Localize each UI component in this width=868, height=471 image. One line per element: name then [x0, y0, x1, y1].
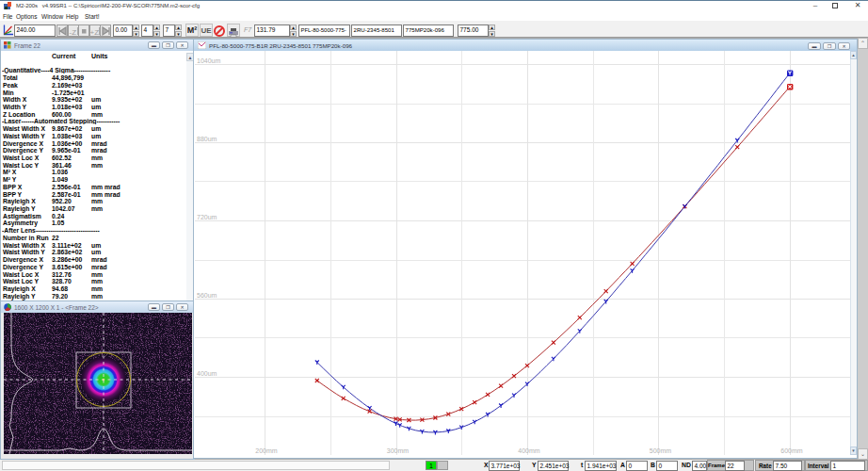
svg-text:-Z: -Z	[70, 27, 77, 36]
svg-text:400um: 400um	[197, 370, 217, 377]
svg-text:600mm: 600mm	[780, 447, 803, 454]
svg-text:+Z: +Z	[90, 27, 99, 36]
svg-text:400mm: 400mm	[518, 447, 540, 454]
svg-text:200mm: 200mm	[255, 447, 278, 454]
svg-text:880um: 880um	[197, 136, 217, 142]
svg-text:1040um: 1040um	[197, 57, 220, 64]
svg-text:500mm: 500mm	[650, 447, 672, 454]
svg-text:560um: 560um	[197, 292, 217, 299]
svg-text:720um: 720um	[197, 214, 217, 220]
svg-text:300mm: 300mm	[387, 447, 410, 454]
